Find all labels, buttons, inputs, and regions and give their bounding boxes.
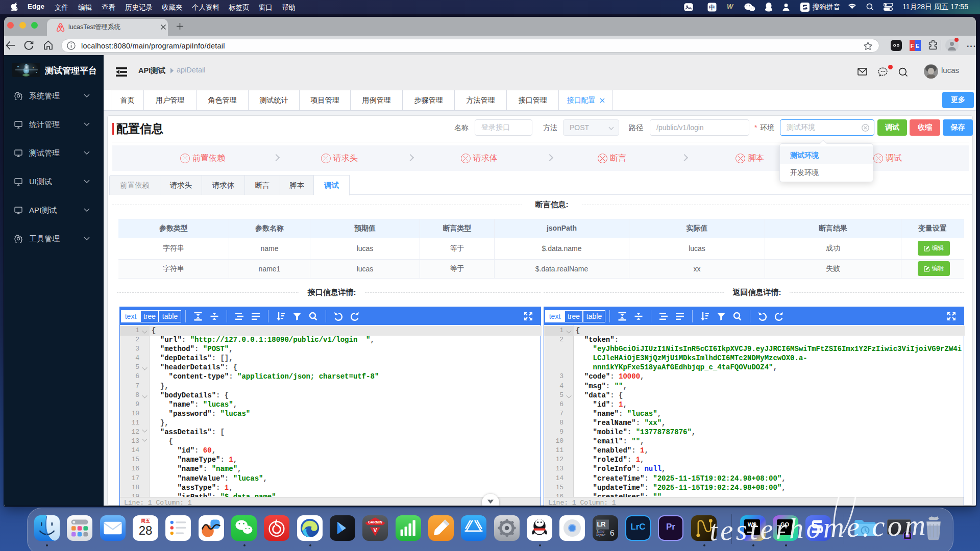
svg-text:LR: LR [597,520,606,528]
svg-text:E: E [916,43,919,49]
svg-text:lapse: lapse [596,532,605,537]
svg-text:6: 6 [610,528,615,538]
svg-text:V: V [373,527,377,533]
svg-text:GARMIN: GARMIN [368,520,382,524]
svg-text:中: 中 [709,4,715,11]
svg-text:F: F [911,43,914,49]
